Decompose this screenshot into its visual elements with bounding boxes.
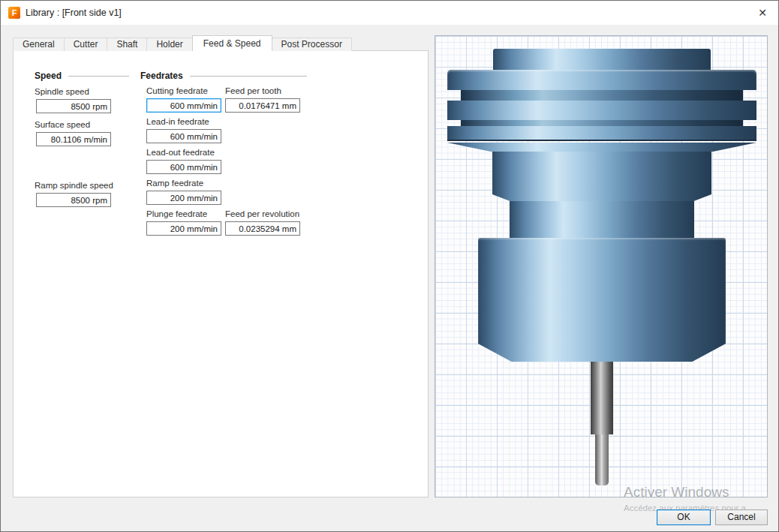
cancel-button[interactable]: Cancel: [715, 509, 768, 525]
tab-holder[interactable]: Holder: [146, 38, 192, 51]
speed-heading-rule: [68, 76, 129, 77]
tab-strip: General Cutter Shaft Holder Feed & Speed…: [13, 35, 351, 51]
tool-groove-1: [461, 90, 743, 101]
feed-speed-panel: Speed Spindle speed Surface speed Ramp s…: [13, 50, 429, 497]
tool-groove-2: [461, 120, 743, 126]
speed-heading-label: Speed: [35, 71, 62, 81]
tab-post-processor[interactable]: Post Processor: [272, 38, 352, 51]
ramp-feedrate-label: Ramp feedrate: [146, 179, 203, 188]
tool-shaft-upper: [591, 362, 613, 434]
surface-speed-input[interactable]: [36, 132, 111, 146]
tool-narrow-cylinder: [510, 201, 694, 238]
title-bar: F Library : [Front side v1] ✕: [1, 1, 778, 25]
plunge-feedrate-input[interactable]: [146, 221, 221, 236]
cutting-feedrate-label: Cutting feedrate: [146, 86, 208, 95]
tool-flange-band-3: [447, 126, 756, 141]
lead-out-feedrate-input[interactable]: [146, 160, 221, 174]
lead-out-feedrate-label: Lead-out feedrate: [146, 148, 215, 157]
feed-per-revolution-label: Feed per revolution: [225, 209, 299, 218]
tool-chamfer-middle: [492, 194, 711, 201]
feed-per-tooth-input[interactable]: [225, 98, 300, 113]
fusion-app-icon: F: [8, 7, 20, 19]
tool-chamfer-upper: [447, 143, 756, 152]
tool-main-body: [478, 238, 726, 344]
tab-general[interactable]: General: [13, 38, 65, 51]
tool-neck-cylinder: [492, 152, 711, 194]
cutting-feedrate-input[interactable]: [146, 98, 221, 113]
close-icon[interactable]: ✕: [756, 6, 769, 20]
lead-in-feedrate-input[interactable]: [146, 129, 221, 143]
tab-shaft[interactable]: Shaft: [107, 38, 147, 51]
tool-preview-viewport: [435, 35, 768, 497]
feed-per-tooth-label: Feed per tooth: [225, 86, 281, 95]
feedrates-group-heading: Feedrates: [140, 71, 307, 81]
tab-cutter[interactable]: Cutter: [64, 38, 108, 51]
tool-flange-band-2: [447, 101, 756, 120]
ramp-feedrate-input[interactable]: [146, 191, 221, 205]
library-dialog: F Library : [Front side v1] ✕ General Cu…: [0, 0, 779, 532]
tool-top-cylinder: [493, 49, 711, 70]
spindle-speed-input[interactable]: [36, 99, 111, 113]
surface-speed-label: Surface speed: [35, 120, 90, 129]
ramp-spindle-speed-label: Ramp spindle speed: [35, 181, 113, 190]
window-title: Library : [Front side v1]: [26, 8, 122, 18]
plunge-feedrate-label: Plunge feedrate: [146, 209, 207, 218]
ok-button[interactable]: OK: [657, 509, 711, 525]
lead-in-feedrate-label: Lead-in feedrate: [146, 117, 209, 126]
spindle-speed-label: Spindle speed: [35, 87, 89, 96]
feedrates-heading-rule: [190, 76, 307, 77]
ramp-spindle-speed-input[interactable]: [36, 193, 111, 207]
tool-chamfer-lower: [478, 344, 726, 362]
tool-shaft-tip: [595, 434, 609, 485]
tab-feed-and-speed[interactable]: Feed & Speed: [192, 35, 272, 51]
speed-group-heading: Speed: [35, 71, 129, 81]
tool-flange-band-1: [447, 70, 756, 90]
feed-per-revolution-input[interactable]: [225, 221, 300, 236]
feedrates-heading-label: Feedrates: [140, 71, 183, 81]
